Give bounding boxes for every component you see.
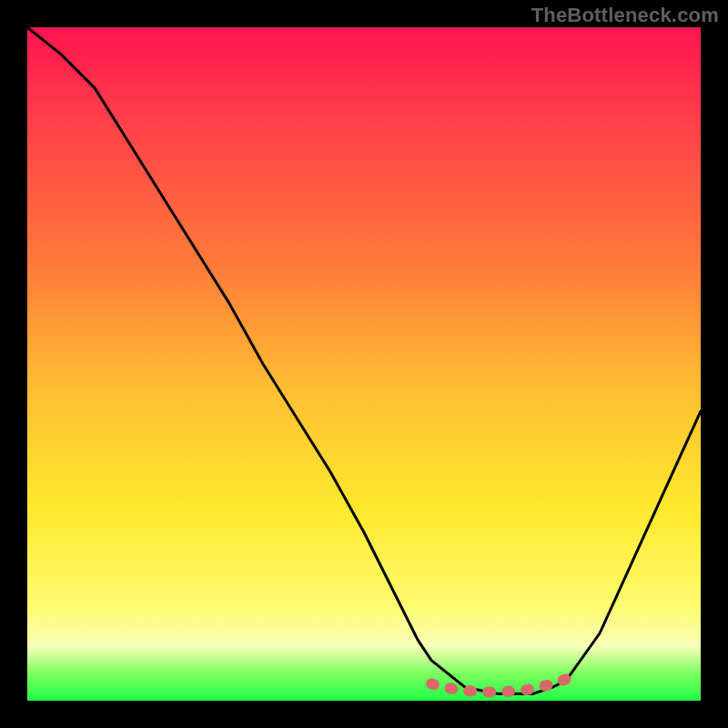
plot-area [27,27,701,701]
watermark-text: TheBottleneck.com [531,4,719,27]
chart-frame: TheBottleneck.com [0,0,728,728]
bottleneck-curve-path [27,27,701,694]
optimal-marker-band-path [431,679,566,692]
curve-overlay [27,27,701,701]
